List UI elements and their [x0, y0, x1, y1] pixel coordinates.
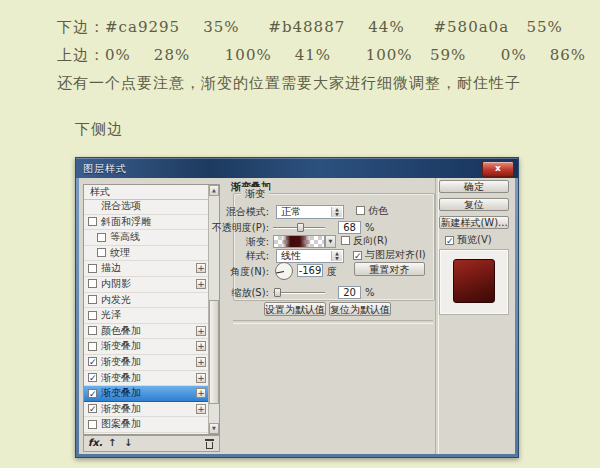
style-item-label: 渐变叠加: [101, 371, 141, 385]
scale-slider-thumb[interactable]: [274, 288, 281, 297]
style-checkbox-icon[interactable]: [88, 311, 97, 320]
add-effect-plus-icon[interactable]: +: [196, 404, 206, 414]
move-up-icon[interactable]: ↑: [108, 437, 116, 448]
style-list-item[interactable]: 渐变叠加 +: [84, 339, 208, 355]
style-list-item[interactable]: ✓ 渐变叠加 +: [84, 355, 208, 371]
style-value: 线性: [281, 250, 301, 261]
gradient-preview-strip[interactable]: [273, 235, 325, 248]
scale-label: 缩放(S):: [174, 286, 269, 299]
style-checkbox-icon[interactable]: [88, 279, 97, 288]
new-style-button[interactable]: 新建样式(W)...: [439, 216, 509, 229]
style-list-item[interactable]: ✓ 渐变叠加 +: [84, 402, 208, 418]
divider: [233, 320, 433, 324]
ok-button[interactable]: 确定: [439, 180, 509, 193]
preview-checkbox[interactable]: ✓预览(V): [445, 234, 492, 247]
style-item-label: 图案叠加: [101, 417, 141, 431]
style-checkbox-icon[interactable]: ✓: [88, 357, 97, 366]
style-list-item[interactable]: 外发光 +: [84, 433, 208, 434]
style-item-label: 内发光: [101, 293, 131, 307]
scroll-up-icon[interactable]: ▲: [209, 185, 219, 196]
opacity-value-field[interactable]: 68: [338, 221, 361, 234]
style-item-label: 外发光: [101, 433, 131, 434]
angle-unit: 度: [327, 265, 337, 279]
style-preview-swatch: [453, 259, 495, 303]
note-tip-text: 还有一个点要注意，渐变的位置需要大家进行细微调整，耐住性子: [57, 74, 521, 93]
style-checkbox-icon[interactable]: ✓: [88, 389, 97, 398]
style-checkbox-icon[interactable]: [88, 217, 97, 226]
style-item-label: 渐变叠加: [101, 386, 141, 400]
style-checkbox-icon[interactable]: [88, 264, 97, 273]
scale-slider-track[interactable]: [273, 292, 325, 293]
chevron-updown-icon: ▲▼: [331, 207, 342, 217]
style-list-item[interactable]: ✓ 渐变叠加 +: [84, 386, 208, 402]
reverse-label: 反向(R): [353, 235, 388, 246]
checkbox-icon: [341, 236, 350, 245]
checkbox-checked-icon: ✓: [445, 236, 454, 245]
scale-slider[interactable]: [273, 286, 325, 299]
style-checkbox-icon[interactable]: ✓: [88, 404, 97, 413]
style-checkbox-icon[interactable]: [88, 420, 97, 429]
reverse-checkbox[interactable]: 反向(R): [341, 235, 388, 248]
fx-icon[interactable]: fx.: [88, 437, 103, 448]
style-list-item[interactable]: ✓ 渐变叠加 +: [84, 371, 208, 387]
add-effect-plus-icon[interactable]: +: [196, 326, 206, 336]
add-effect-plus-icon[interactable]: +: [196, 341, 206, 351]
page: 下边：#ca9295 35% #b48887 44% #580a0a 55% 上…: [0, 0, 600, 468]
scale-value-field[interactable]: 20: [338, 286, 361, 299]
chevron-updown-icon: ▲▼: [331, 251, 342, 261]
preview-well: [439, 249, 509, 315]
checkbox-checked-icon: ✓: [353, 251, 362, 260]
dialog-titlebar[interactable]: 图层样式 x: [76, 158, 518, 178]
preview-label: 预览(V): [457, 234, 492, 245]
scroll-down-icon[interactable]: ▼: [209, 423, 219, 434]
opacity-slider[interactable]: [273, 221, 325, 234]
layer-style-dialog: 图层样式 x 样式 混合选项 + 斜面和浮雕 + 等高线 + 纹理 + 描边 +…: [75, 157, 519, 458]
style-checkbox-icon[interactable]: ✓: [88, 373, 97, 382]
dither-label: 仿色: [368, 205, 388, 216]
close-button[interactable]: x: [482, 161, 514, 177]
dialog-body: 样式 混合选项 + 斜面和浮雕 + 等高线 + 纹理 + 描边 + 内阴影 + …: [79, 178, 515, 454]
angle-pointer: [276, 271, 284, 274]
style-list-item[interactable]: 颜色叠加 +: [84, 324, 208, 340]
blend-mode-value: 正常: [281, 206, 301, 217]
style-dropdown[interactable]: 线性 ▲▼: [276, 249, 344, 263]
reset-button[interactable]: 复位: [439, 198, 509, 211]
gradient-group-label: 渐变: [241, 187, 269, 201]
align-with-layer-checkbox[interactable]: ✓与图层对齐(I): [353, 249, 426, 262]
gradient-picker-arrow-icon[interactable]: ▼: [325, 235, 336, 248]
style-item-label: 渐变叠加: [101, 402, 141, 416]
style-item-label: 渐变叠加: [101, 355, 141, 369]
style-checkbox-icon[interactable]: [97, 233, 106, 242]
angle-dial[interactable]: [275, 262, 293, 280]
add-effect-plus-icon[interactable]: +: [196, 373, 206, 383]
style-item-label: 纹理: [110, 246, 130, 260]
style-item-label: 等高线: [110, 230, 140, 244]
opacity-slider-thumb[interactable]: [297, 223, 304, 232]
scroll-thumb[interactable]: [209, 300, 219, 405]
add-effect-plus-icon[interactable]: +: [196, 357, 206, 367]
checkbox-icon: [356, 206, 365, 215]
style-checkbox-icon[interactable]: [88, 342, 97, 351]
add-effect-plus-icon[interactable]: +: [196, 388, 206, 398]
angle-value-field[interactable]: -169: [297, 264, 323, 277]
styles-list-toolbar: fx. ↑ ↓: [83, 435, 220, 452]
close-icon: x: [495, 163, 501, 173]
scale-unit: %: [365, 287, 375, 298]
blend-mode-dropdown[interactable]: 正常 ▲▼: [276, 205, 344, 219]
style-item-label: 混合选项: [101, 199, 141, 213]
blend-mode-label: 混合模式:: [174, 205, 269, 218]
reset-align-button[interactable]: 重置对齐: [354, 262, 425, 276]
style-checkbox-icon[interactable]: [88, 295, 97, 304]
style-item-label: 颜色叠加: [101, 324, 141, 338]
style-list-item[interactable]: 光泽 +: [84, 308, 208, 324]
make-default-button[interactable]: 设置为默认值: [264, 302, 326, 316]
delete-style-icon[interactable]: [205, 439, 214, 449]
style-label: 样式:: [174, 249, 269, 262]
move-down-icon[interactable]: ↓: [124, 437, 132, 448]
style-list-item[interactable]: 图案叠加 +: [84, 417, 208, 433]
style-checkbox-icon[interactable]: [97, 248, 106, 257]
style-checkbox-icon[interactable]: [88, 326, 97, 335]
style-item-label: 内阴影: [101, 277, 131, 291]
dither-checkbox[interactable]: 仿色: [356, 205, 388, 218]
reset-default-button[interactable]: 复位为默认值: [329, 302, 391, 316]
